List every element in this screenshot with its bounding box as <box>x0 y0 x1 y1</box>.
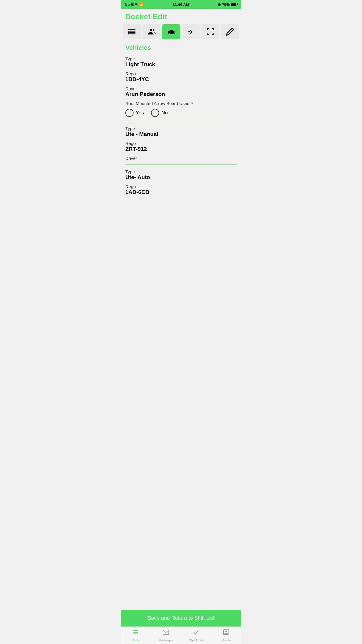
vehicle3-type-value: Ute- Auto <box>125 174 237 181</box>
vehicle1-yes-label: Yes <box>136 110 144 116</box>
vehicle1-driver-label: Driver <box>125 86 237 91</box>
vehicles-section-title: Vehicles <box>125 44 237 52</box>
divider-1 <box>125 121 237 121</box>
vehicle-card-2: Type Ute - Manual Rego ZRT-912 Driver <box>125 126 237 161</box>
vehicle1-rego-value: 1BD-4YC <box>125 76 237 83</box>
vehicle1-yes-option[interactable]: Yes <box>125 109 144 117</box>
page-title: Docket Edit <box>125 12 237 21</box>
toolbar-frame-btn[interactable] <box>201 24 219 39</box>
vehicle1-type-label: Type <box>125 56 237 61</box>
divider-2 <box>125 164 237 164</box>
status-right: ⊕ 79% <box>218 2 237 7</box>
vehicle-card-3: Type Ute- Auto Rego 1AD-6CB <box>125 169 237 195</box>
vehicle3-rego-value: 1AD-6CB <box>125 189 237 195</box>
vehicle2-type-group: Type Ute - Manual <box>125 126 237 137</box>
vehicle2-rego-value: ZRT-912 <box>125 146 237 152</box>
vehicle1-driver-value: Arun Pederson <box>125 91 237 97</box>
status-bar: No SIM 📶 11:46 AM ⊕ 79% <box>121 0 241 9</box>
vehicle3-type-group: Type Ute- Auto <box>125 169 237 181</box>
toolbar-edit-btn[interactable] <box>221 24 239 39</box>
toolbar-vehicle-btn[interactable] <box>162 24 180 39</box>
toolbar-arrow-btn[interactable] <box>182 24 200 39</box>
vehicle3-type-label: Type <box>125 169 237 174</box>
vehicle2-driver-group: Driver <box>125 156 237 161</box>
vehicle1-arrowboard-radios: Yes No <box>125 109 237 117</box>
vehicle2-type-label: Type <box>125 126 237 131</box>
svg-rect-10 <box>168 32 175 32</box>
toolbar-list-btn[interactable] <box>123 24 141 39</box>
status-time: 11:46 AM <box>173 2 189 7</box>
vehicle1-arrowboard-group: Roof Mounted Arrow Board Used * Yes No <box>125 101 237 117</box>
vehicle1-driver-group: Driver Arun Pederson <box>125 86 237 97</box>
battery-icon <box>231 3 237 6</box>
wifi-icon: 📶 <box>139 2 144 7</box>
svg-point-11 <box>169 33 170 34</box>
status-left: No SIM 📶 <box>125 2 144 7</box>
svg-point-8 <box>150 29 152 31</box>
vehicle1-no-label: No <box>161 110 168 116</box>
battery-percent: 79% <box>222 2 230 7</box>
vehicle1-rego-group: Rego 1BD-4YC <box>125 71 237 83</box>
vehicle3-rego-group: Rego 1AD-6CB <box>125 184 237 195</box>
svg-point-9 <box>152 29 154 31</box>
vehicle1-no-radio[interactable] <box>151 109 159 117</box>
required-star: * <box>191 101 193 106</box>
main-content: Vehicles Type Light Truck Rego 1BD-4YC D… <box>121 42 241 237</box>
vehicle1-rego-label: Rego <box>125 71 237 76</box>
vehicle1-arrowboard-label: Roof Mounted Arrow Board Used * <box>125 101 237 106</box>
vehicle1-no-option[interactable]: No <box>151 109 168 117</box>
vehicle-card-1: Type Light Truck Rego 1BD-4YC Driver Aru… <box>125 56 237 117</box>
vehicle3-rego-label: Rego <box>125 184 237 189</box>
carrier-text: No SIM <box>125 2 138 7</box>
toolbar <box>121 23 241 42</box>
lock-icon: ⊕ <box>218 2 221 7</box>
page-title-container: Docket Edit <box>121 9 241 23</box>
vehicle2-driver-label: Driver <box>125 156 237 161</box>
vehicle2-rego-label: Rego <box>125 141 237 146</box>
vehicle1-yes-radio[interactable] <box>125 109 133 117</box>
vehicle1-type-group: Type Light Truck <box>125 56 237 68</box>
vehicle2-rego-group: Rego ZRT-912 <box>125 141 237 152</box>
vehicle1-type-value: Light Truck <box>125 61 237 68</box>
vehicle2-type-value: Ute - Manual <box>125 131 237 137</box>
toolbar-people-btn[interactable] <box>143 24 161 39</box>
svg-point-12 <box>172 33 173 34</box>
